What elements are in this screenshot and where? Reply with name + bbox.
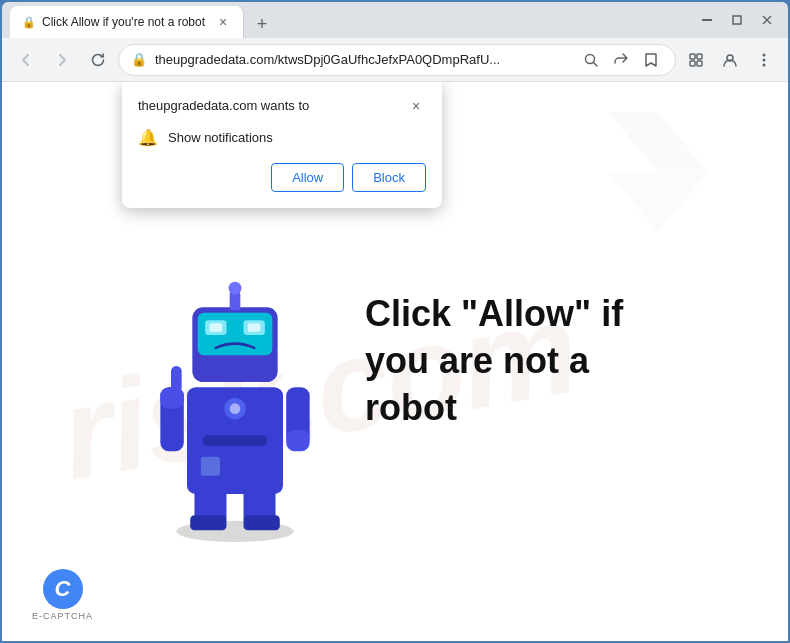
profile-button[interactable] [714, 44, 746, 76]
reload-button[interactable] [82, 44, 114, 76]
popup-notification-row: 🔔 Show notifications [138, 128, 426, 147]
browser-content: risk.com [2, 82, 788, 641]
search-icon[interactable] [579, 48, 603, 72]
popup-header: theupgradedata.com wants to × [138, 98, 426, 116]
svg-rect-9 [697, 61, 702, 66]
svg-rect-7 [697, 54, 702, 59]
svg-point-37 [230, 403, 241, 414]
svg-rect-23 [209, 323, 222, 332]
permission-popup: theupgradedata.com wants to × 🔔 Show not… [122, 82, 442, 208]
allow-button[interactable]: Allow [271, 163, 344, 192]
svg-rect-31 [286, 430, 309, 451]
popup-close-button[interactable]: × [406, 96, 426, 116]
tab-lock-icon: 🔒 [22, 16, 36, 29]
svg-rect-18 [203, 435, 267, 446]
svg-rect-1 [733, 16, 741, 24]
svg-rect-24 [248, 323, 261, 332]
address-text: theupgradedata.com/ktwsDpj0GaUfhcJefxPA0… [155, 52, 571, 67]
bell-icon: 🔔 [138, 128, 158, 147]
svg-rect-17 [201, 456, 220, 475]
svg-line-5 [594, 62, 598, 66]
page-main-text: Click "Allow" if you are not a robot [365, 291, 665, 431]
toolbar: 🔒 theupgradedata.com/ktwsDpj0GaUfhcJefxP… [2, 38, 788, 82]
back-button[interactable] [10, 44, 42, 76]
svg-rect-8 [690, 61, 695, 66]
toolbar-end [680, 44, 780, 76]
window-controls [694, 7, 780, 33]
address-bar[interactable]: 🔒 theupgradedata.com/ktwsDpj0GaUfhcJefxP… [118, 44, 676, 76]
page-text-area: Click "Allow" if you are not a robot [365, 291, 665, 431]
titlebar: 🔒 Click Allow if you're not a robot × + [2, 2, 788, 38]
svg-point-11 [763, 53, 766, 56]
bookmark-icon[interactable] [639, 48, 663, 72]
tab-title: Click Allow if you're not a robot [42, 15, 205, 29]
share-icon[interactable] [609, 48, 633, 72]
new-tab-button[interactable]: + [248, 10, 276, 38]
block-button[interactable]: Block [352, 163, 426, 192]
svg-point-13 [763, 63, 766, 66]
notification-text: Show notifications [168, 130, 273, 145]
minimize-button[interactable] [694, 7, 720, 33]
svg-rect-35 [244, 515, 280, 530]
address-lock-icon: 🔒 [131, 52, 147, 67]
active-tab[interactable]: 🔒 Click Allow if you're not a robot × [10, 6, 244, 38]
svg-rect-6 [690, 54, 695, 59]
svg-rect-29 [171, 366, 182, 393]
address-icons [579, 48, 663, 72]
menu-button[interactable] [748, 44, 780, 76]
popup-buttons: Allow Block [138, 163, 426, 192]
forward-button[interactable] [46, 44, 78, 76]
svg-rect-0 [702, 19, 712, 21]
extension-button[interactable] [680, 44, 712, 76]
ecaptcha-logo: C E-CAPTCHA [32, 569, 93, 621]
svg-rect-33 [190, 515, 226, 530]
robot-container [125, 222, 345, 542]
tab-strip: 🔒 Click Allow if you're not a robot × + [10, 2, 690, 38]
close-button[interactable] [754, 7, 780, 33]
popup-title: theupgradedata.com wants to [138, 98, 309, 113]
ecaptcha-icon: C [43, 569, 83, 609]
close-tab-button[interactable]: × [215, 14, 231, 30]
browser-window: 🔒 Click Allow if you're not a robot × + [0, 0, 790, 643]
svg-point-12 [763, 58, 766, 61]
ecaptcha-label: E-CAPTCHA [32, 611, 93, 621]
svg-point-26 [229, 281, 242, 294]
maximize-button[interactable] [724, 7, 750, 33]
